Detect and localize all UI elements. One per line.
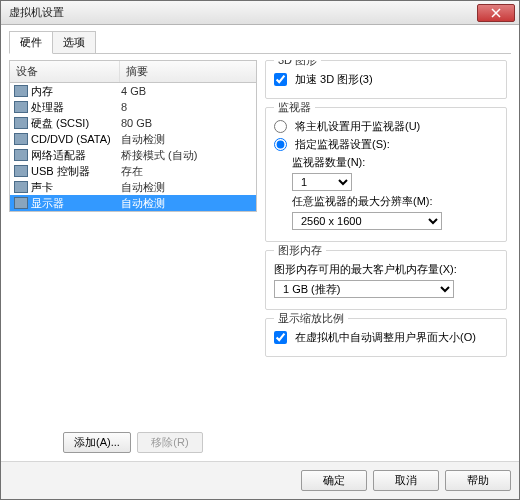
- tab-hardware[interactable]: 硬件: [9, 31, 53, 54]
- dialog-footer: 确定 取消 帮助: [1, 461, 519, 499]
- use-host-label: 将主机设置用于监视器(U): [295, 119, 420, 134]
- device-icon: [14, 117, 28, 129]
- device-icon: [14, 101, 28, 113]
- accelerate-3d-label: 加速 3D 图形(3): [295, 72, 373, 87]
- table-row[interactable]: 网络适配器桥接模式 (自动): [10, 147, 256, 163]
- device-name: 网络适配器: [31, 148, 121, 163]
- device-summary: 存在: [121, 164, 256, 179]
- table-row[interactable]: 声卡自动检测: [10, 179, 256, 195]
- hardware-list[interactable]: 内存4 GB处理器8硬盘 (SCSI)80 GBCD/DVD (SATA)自动检…: [9, 82, 257, 212]
- device-name: USB 控制器: [31, 164, 121, 179]
- group-3d-graphics: 3D 图形 加速 3D 图形(3): [265, 60, 507, 99]
- max-res-label: 任意监视器的最大分辨率(M):: [292, 194, 433, 209]
- device-icon: [14, 197, 28, 209]
- specify-monitors-radio[interactable]: [274, 138, 287, 151]
- table-row[interactable]: USB 控制器存在: [10, 163, 256, 179]
- use-host-radio[interactable]: [274, 120, 287, 133]
- device-name: 内存: [31, 84, 121, 99]
- group-display-scaling: 显示缩放比例 在虚拟机中自动调整用户界面大小(O): [265, 318, 507, 357]
- device-summary: 80 GB: [121, 117, 256, 129]
- cancel-button[interactable]: 取消: [373, 470, 439, 491]
- device-summary: 桥接模式 (自动): [121, 148, 256, 163]
- col-device: 设备: [10, 61, 120, 82]
- device-summary: 4 GB: [121, 85, 256, 97]
- table-row[interactable]: 内存4 GB: [10, 83, 256, 99]
- device-icon: [14, 165, 28, 177]
- device-name: 显示器: [31, 196, 121, 211]
- device-name: CD/DVD (SATA): [31, 133, 121, 145]
- add-hardware-button[interactable]: 添加(A)...: [63, 432, 131, 453]
- max-res-select[interactable]: 2560 x 1600: [292, 212, 442, 230]
- hardware-list-header: 设备 摘要: [9, 60, 257, 82]
- table-row[interactable]: 显示器自动检测: [10, 195, 256, 211]
- group-monitors: 监视器 将主机设置用于监视器(U) 指定监视器设置(S): 监视器数量(N): …: [265, 107, 507, 242]
- device-name: 硬盘 (SCSI): [31, 116, 121, 131]
- remove-hardware-button: 移除(R): [137, 432, 203, 453]
- gmem-label: 图形内存可用的最大客户机内存量(X):: [274, 262, 457, 277]
- group-monitors-title: 监视器: [274, 100, 315, 115]
- device-summary: 自动检测: [121, 196, 256, 211]
- group-scale-title: 显示缩放比例: [274, 311, 348, 326]
- device-name: 处理器: [31, 100, 121, 115]
- device-summary: 自动检测: [121, 132, 256, 147]
- titlebar: 虚拟机设置: [1, 1, 519, 25]
- table-row[interactable]: 处理器8: [10, 99, 256, 115]
- device-name: 声卡: [31, 180, 121, 195]
- window-title: 虚拟机设置: [5, 5, 477, 20]
- tab-options[interactable]: 选项: [52, 31, 96, 53]
- device-summary: 自动检测: [121, 180, 256, 195]
- device-summary: 8: [121, 101, 256, 113]
- ok-button[interactable]: 确定: [301, 470, 367, 491]
- close-button[interactable]: [477, 4, 515, 22]
- auto-scale-label: 在虚拟机中自动调整用户界面大小(O): [295, 330, 476, 345]
- gmem-select[interactable]: 1 GB (推荐): [274, 280, 454, 298]
- accelerate-3d-checkbox[interactable]: [274, 73, 287, 86]
- num-monitors-label: 监视器数量(N):: [292, 155, 365, 170]
- group-gmem-title: 图形内存: [274, 243, 326, 258]
- num-monitors-select[interactable]: 1: [292, 173, 352, 191]
- col-summary: 摘要: [120, 61, 154, 82]
- device-icon: [14, 85, 28, 97]
- table-row[interactable]: 硬盘 (SCSI)80 GB: [10, 115, 256, 131]
- device-icon: [14, 133, 28, 145]
- help-button[interactable]: 帮助: [445, 470, 511, 491]
- tabstrip: 硬件 选项: [9, 31, 511, 54]
- group-3d-title: 3D 图形: [274, 60, 321, 68]
- vm-settings-window: 虚拟机设置 硬件 选项 设备 摘要 内存4 GB处理器8硬盘 (SCSI)80 …: [0, 0, 520, 500]
- group-graphics-memory: 图形内存 图形内存可用的最大客户机内存量(X): 1 GB (推荐): [265, 250, 507, 310]
- specify-monitors-label: 指定监视器设置(S):: [295, 137, 390, 152]
- auto-scale-checkbox[interactable]: [274, 331, 287, 344]
- table-row[interactable]: CD/DVD (SATA)自动检测: [10, 131, 256, 147]
- close-icon: [491, 8, 501, 18]
- device-icon: [14, 181, 28, 193]
- device-icon: [14, 149, 28, 161]
